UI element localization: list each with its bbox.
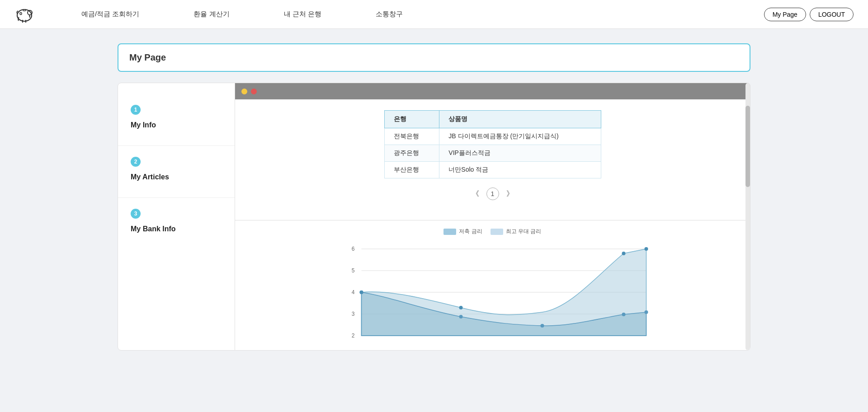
svg-text:2: 2 bbox=[352, 332, 355, 339]
product-table: 은행 상품명 전북은행JB 다이렉트예금통장 (만기일시지급식)광주은행VIP플… bbox=[384, 110, 601, 178]
header-actions: My Page LOGOUT bbox=[764, 8, 854, 21]
svg-text:6: 6 bbox=[352, 246, 355, 252]
legend-label-2: 최고 우대 금리 bbox=[506, 228, 542, 235]
legend-max-rate: 최고 우대 금리 bbox=[491, 228, 542, 235]
legend-label-1: 저축 금리 bbox=[459, 228, 482, 235]
svg-point-16 bbox=[459, 315, 463, 318]
interest-rate-chart: 6 5 4 3 2 bbox=[244, 240, 741, 348]
pagination-prev[interactable]: 《 bbox=[469, 188, 482, 200]
sidebar-label-my-bank-info: My Bank Info bbox=[131, 225, 222, 233]
cell-product: VIP플러스적금 bbox=[439, 145, 601, 162]
traffic-dot-yellow bbox=[241, 89, 247, 94]
logout-button[interactable]: LOGOUT bbox=[810, 8, 854, 21]
table-row[interactable]: 부산은행너만Solo 적금 bbox=[384, 162, 601, 178]
svg-text:5: 5 bbox=[352, 267, 355, 274]
sidebar-number-3: 3 bbox=[131, 209, 141, 219]
svg-point-22 bbox=[622, 252, 626, 255]
svg-text:3: 3 bbox=[352, 311, 355, 317]
sidebar-item-my-info[interactable]: 1 My Info bbox=[118, 94, 235, 146]
sidebar-label-my-articles: My Articles bbox=[131, 173, 222, 181]
svg-point-23 bbox=[645, 247, 648, 251]
table-row[interactable]: 광주은행VIP플러스적금 bbox=[384, 145, 601, 162]
nav-deposits[interactable]: 예금/적금 조회하기 bbox=[54, 10, 166, 19]
legend-savings-rate: 저축 금리 bbox=[443, 228, 482, 235]
chart-svg-wrapper: 6 5 4 3 2 bbox=[244, 240, 741, 350]
nav-nearby[interactable]: 내 근처 은행 bbox=[257, 10, 349, 19]
svg-point-20 bbox=[360, 290, 363, 294]
sidebar-item-my-bank-info[interactable]: 3 My Bank Info bbox=[118, 198, 235, 249]
sidebar: 1 My Info 2 My Articles 3 My Bank Info bbox=[118, 83, 235, 351]
svg-line-2 bbox=[29, 15, 30, 18]
panel-header bbox=[235, 83, 750, 99]
svg-rect-4 bbox=[23, 9, 26, 11]
svg-text:4: 4 bbox=[352, 289, 355, 295]
svg-point-18 bbox=[622, 313, 626, 316]
panel-table-section: 은행 상품명 전북은행JB 다이렉트예금통장 (만기일시지급식)광주은행VIP플… bbox=[235, 99, 750, 220]
header: 예금/적금 조회하기 환율 계산기 내 근처 은행 소통창구 My Page L… bbox=[0, 0, 868, 29]
svg-point-17 bbox=[541, 324, 544, 328]
sidebar-number-2: 2 bbox=[131, 157, 141, 167]
legend-box-1 bbox=[443, 229, 456, 235]
page-title: My Page bbox=[118, 43, 750, 72]
cell-bank: 부산은행 bbox=[384, 162, 439, 178]
sidebar-number-1: 1 bbox=[131, 105, 141, 115]
traffic-dot-red bbox=[251, 89, 257, 94]
right-panel: 은행 상품명 전북은행JB 다이렉트예금통장 (만기일시지급식)광주은행VIP플… bbox=[235, 83, 750, 351]
legend-box-2 bbox=[491, 229, 503, 235]
content-area: 1 My Info 2 My Articles 3 My Bank Info bbox=[118, 83, 750, 351]
svg-point-3 bbox=[20, 12, 22, 14]
sidebar-label-my-info: My Info bbox=[131, 121, 222, 129]
svg-point-21 bbox=[459, 306, 463, 309]
table-row[interactable]: 전북은행JB 다이렉트예금통장 (만기일시지급식) bbox=[384, 128, 601, 145]
cell-bank: 전북은행 bbox=[384, 128, 439, 145]
mypage-button[interactable]: My Page bbox=[764, 8, 806, 21]
scrollbar-track bbox=[745, 83, 750, 350]
nav-community[interactable]: 소통창구 bbox=[349, 10, 430, 19]
pagination: 《 1 》 bbox=[253, 187, 732, 200]
svg-point-19 bbox=[645, 310, 648, 314]
cell-product: 너만Solo 적금 bbox=[439, 162, 601, 178]
sidebar-item-my-articles[interactable]: 2 My Articles bbox=[118, 146, 235, 198]
col-bank: 은행 bbox=[384, 111, 439, 128]
cell-product: JB 다이렉트예금통장 (만기일시지급식) bbox=[439, 128, 601, 145]
pagination-page[interactable]: 1 bbox=[486, 187, 499, 200]
scrollbar-thumb[interactable] bbox=[745, 106, 750, 187]
cell-bank: 광주은행 bbox=[384, 145, 439, 162]
chart-container: 저축 금리 최고 우대 금리 bbox=[235, 220, 750, 350]
pagination-next[interactable]: 》 bbox=[504, 188, 516, 200]
col-product: 상품명 bbox=[439, 111, 601, 128]
right-panel-wrapper: 은행 상품명 전북은행JB 다이렉트예금통장 (만기일시지급식)광주은행VIP플… bbox=[235, 83, 750, 351]
chart-legend: 저축 금리 최고 우대 금리 bbox=[244, 228, 741, 235]
nav-exchange[interactable]: 환율 계산기 bbox=[166, 10, 256, 19]
logo-icon bbox=[14, 4, 36, 25]
main-content: My Page 1 My Info 2 My Articles 3 My Ban… bbox=[0, 29, 868, 365]
main-nav: 예금/적금 조회하기 환율 계산기 내 근처 은행 소통창구 bbox=[54, 10, 764, 19]
